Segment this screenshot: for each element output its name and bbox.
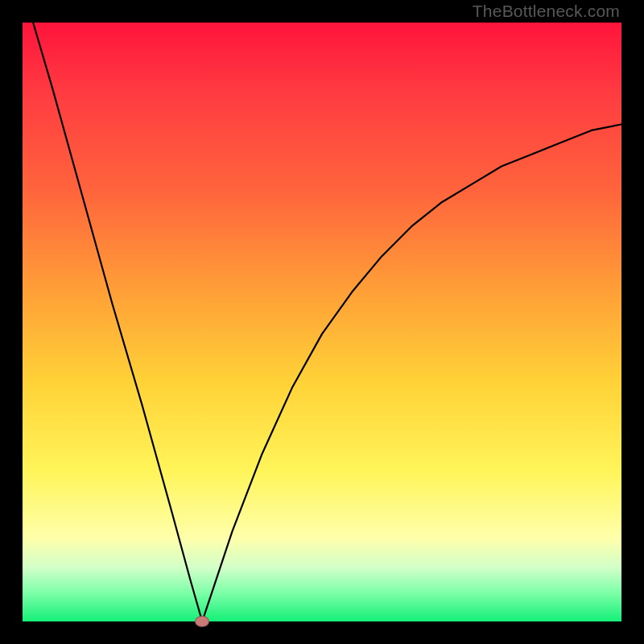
watermark-text: TheBottleneck.com xyxy=(473,2,620,21)
minimum-marker xyxy=(195,616,209,627)
bottleneck-curve xyxy=(23,23,621,621)
chart-frame xyxy=(23,23,621,621)
